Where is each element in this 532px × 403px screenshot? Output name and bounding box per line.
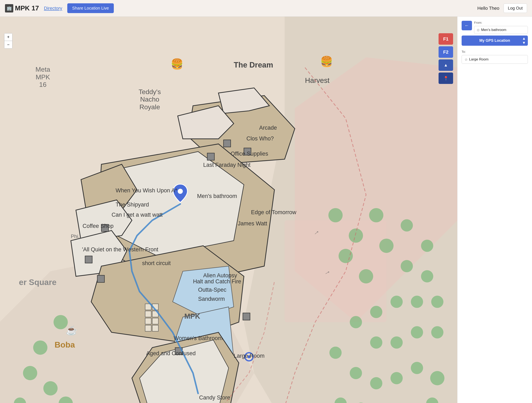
svg-text:Halt and Catch Fire: Halt and Catch Fire [193,278,241,285]
svg-text:Outta-Spec: Outta-Spec [198,287,226,293]
to-label: To: [462,50,528,53]
svg-point-71 [178,189,183,194]
from-input[interactable]: ⊙ Men's bathroom [474,26,528,34]
to-location-icon: ⊘ [465,58,467,62]
svg-rect-53 [207,153,214,160]
from-right: From: ⊙ Men's bathroom [474,21,528,34]
header-right: Hello Theo Log Out [477,4,527,13]
svg-rect-62 [243,313,250,320]
to-value: Large Room [469,57,489,62]
svg-text:When You Wish Upon A*: When You Wish Upon A* [116,187,177,194]
nav-direction-button[interactable]: ▲ [438,59,453,71]
logo: 🏢 MPK 17 [5,4,39,13]
back-button[interactable]: ← [462,21,472,30]
svg-text:Candy Store: Candy Store [199,395,230,401]
svg-rect-54 [223,140,230,147]
from-value: Men's bathroom [481,28,506,32]
svg-point-25 [350,367,362,379]
map-svg: The Dream Harvest Teddy's Nacho Royale M… [0,17,457,403]
svg-text:The Shipyard: The Shipyard [116,202,149,208]
map-area[interactable]: + − F1 F2 ▲ 📍 [0,17,457,403]
from-label: From: [474,21,528,24]
zoom-controls: + − [4,33,13,49]
floor-f1-button[interactable]: F1 [438,33,453,45]
svg-text:Boba: Boba [55,340,75,349]
svg-text:🍔: 🍔 [171,58,184,70]
svg-rect-65 [145,311,151,317]
from-section: ← From: ⊙ Men's bathroom My GPS Location… [462,21,528,46]
svg-text:Meta: Meta [36,66,50,73]
pin-button[interactable]: 📍 [438,72,453,84]
svg-point-5 [328,208,343,223]
svg-point-29 [430,371,445,385]
gps-location-button[interactable]: My GPS Location ▲▼ [462,36,528,46]
logo-text: MPK 17 [15,4,39,12]
svg-point-37 [43,381,58,396]
svg-text:Men's bathroom: Men's bathroom [197,193,237,199]
svg-text:MPK: MPK [36,73,50,81]
directory-link[interactable]: Directory [44,6,62,11]
svg-point-21 [390,336,403,349]
floor-f2-button[interactable]: F2 [438,46,453,58]
svg-text:Large Room: Large Room [234,353,265,359]
svg-point-26 [370,377,382,389]
svg-text:Edge of Tomorrow: Edge of Tomorrow [251,209,297,215]
logo-icon: 🏢 [5,4,13,13]
main-content: + − F1 F2 ▲ 📍 [0,17,532,403]
from-row: ← From: ⊙ Men's bathroom [462,21,528,34]
svg-point-11 [401,219,413,232]
svg-text:Last Faraday Night: Last Faraday Night [203,162,250,168]
svg-rect-4 [285,220,386,322]
svg-text:Alien Autopsy: Alien Autopsy [203,272,237,279]
zoom-out-button[interactable]: − [4,41,12,48]
to-input[interactable]: ⊘ Large Room [462,55,528,64]
svg-point-12 [421,240,433,252]
svg-text:short circuit: short circuit [142,260,171,266]
svg-text:Women's Bathroom: Women's Bathroom [174,335,222,341]
svg-text:Royale: Royale [139,103,160,111]
svg-text:Arcade: Arcade [259,125,277,131]
to-section: To: ⊘ Large Room [462,49,528,403]
from-location-icon: ⊙ [477,28,480,32]
svg-text:☕: ☕ [66,325,77,336]
svg-rect-69 [145,325,151,331]
svg-rect-67 [145,318,151,324]
svg-text:Aged and Confused: Aged and Confused [146,350,196,357]
svg-rect-68 [152,318,158,324]
svg-point-13 [401,260,413,272]
svg-point-27 [390,372,403,384]
svg-point-15 [431,296,443,308]
zoom-in-button[interactable]: + [4,33,12,41]
svg-point-19 [350,316,362,328]
svg-text:MPK: MPK [184,312,200,320]
svg-point-18 [370,306,382,318]
svg-point-10 [379,239,394,253]
svg-text:🍔: 🍔 [320,56,333,68]
back-icon: ← [464,23,469,28]
svg-text:James Watt: James Watt [238,220,267,227]
svg-point-35 [33,340,48,355]
svg-point-17 [390,296,403,308]
svg-point-36 [23,366,37,380]
share-location-button[interactable]: Share Location Live [67,3,114,13]
svg-point-20 [370,336,382,349]
svg-text:'All Quiet on the Western Fron: 'All Quiet on the Western Front [82,246,158,253]
svg-point-8 [338,249,353,263]
gps-scroll-arrow: ▲▼ [522,36,526,45]
svg-text:Coffee Shop: Coffee Shop [82,223,113,229]
svg-text:Can I get a watt watt: Can I get a watt watt [112,212,163,218]
svg-text:er Square: er Square [19,278,57,287]
svg-text:Phi...: Phi... [71,233,82,239]
svg-rect-58 [97,275,104,282]
floor-buttons: F1 F2 ▲ 📍 [438,33,453,84]
svg-point-16 [411,296,423,308]
svg-text:Nacho: Nacho [140,96,159,103]
svg-text:Clos Who?: Clos Who? [247,135,274,142]
svg-point-14 [421,270,433,282]
svg-rect-57 [85,256,92,263]
svg-text:16: 16 [39,81,46,88]
svg-point-6 [349,229,363,243]
right-panel: ← From: ⊙ Men's bathroom My GPS Location… [457,17,532,403]
svg-point-9 [359,269,373,284]
logout-button[interactable]: Log Out [504,4,527,13]
